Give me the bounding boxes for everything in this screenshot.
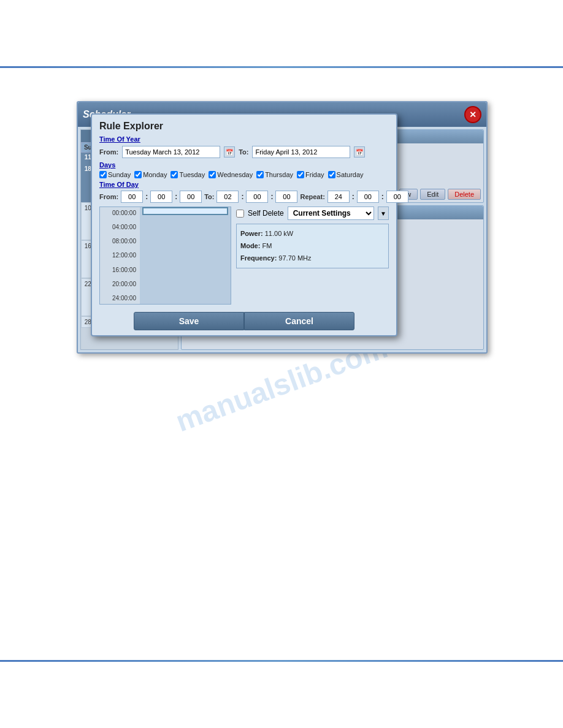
frequency-row: Frequency: 97.70 MHz: [240, 252, 385, 265]
dialog-title: Rule Explorer: [92, 115, 396, 134]
time-sep-4: :: [270, 192, 273, 201]
dialog-buttons: Save Cancel: [92, 307, 396, 335]
sunday-checkbox[interactable]: [99, 171, 107, 178]
time-label-6: 24:00:00: [101, 295, 139, 301]
time-to-hour[interactable]: [216, 191, 239, 203]
time-label-5: 20:00:00: [101, 281, 139, 287]
friday-checkbox-label[interactable]: Friday: [297, 171, 324, 178]
time-from-min[interactable]: [150, 191, 172, 203]
timeline-selected-block: [142, 207, 228, 215]
friday-label: Friday: [305, 171, 324, 178]
sunday-label: Sunday: [108, 171, 131, 178]
power-value: 11.00 kW: [265, 230, 293, 237]
timeline-bar[interactable]: [140, 207, 231, 304]
thursday-checkbox[interactable]: [256, 171, 264, 178]
from-calendar-icon[interactable]: 📅: [224, 146, 235, 157]
rule-explorer-dialog: Rule Explorer Time Of Year From: 📅 To: 📅…: [91, 113, 397, 336]
thursday-checkbox-label[interactable]: Thursday: [256, 171, 293, 178]
saturday-checkbox[interactable]: [328, 171, 335, 178]
to-label: To:: [239, 148, 248, 156]
time-label-4: 16:00:00: [101, 267, 139, 273]
time-label-3: 12:00:00: [101, 252, 139, 259]
friday-checkbox[interactable]: [297, 171, 304, 178]
settings-info: Power: 11.00 kW Mode: FM Frequency: 97.7…: [236, 224, 389, 268]
time-sep-2: :: [175, 192, 177, 201]
time-of-year-label: Time Of Year: [92, 134, 396, 144]
repeat-min[interactable]: [357, 191, 379, 203]
time-to-label: To:: [204, 193, 214, 200]
wednesday-checkbox-label[interactable]: Wednesday: [209, 171, 253, 178]
repeat-hour[interactable]: [327, 191, 350, 203]
time-from-hour[interactable]: [121, 191, 143, 203]
settings-panel: Self Delete Current Settings Preset 1 Pr…: [236, 207, 389, 305]
self-delete-row: Self Delete Current Settings Preset 1 Pr…: [236, 207, 389, 220]
sunday-checkbox-label[interactable]: Sunday: [99, 171, 131, 178]
tuesday-checkbox[interactable]: [170, 171, 178, 178]
time-from-label: From:: [99, 193, 118, 200]
timeline-area: 00:00:00 04:00:00 08:00:00 12:00:00 16:0…: [99, 207, 231, 305]
time-of-day-row: From: : : To: : : Repeat: : :: [92, 189, 396, 204]
dialog-content-row: 00:00:00 04:00:00 08:00:00 12:00:00 16:0…: [92, 204, 396, 307]
mode-label: Mode:: [240, 242, 260, 249]
wednesday-label: Wednesday: [217, 171, 253, 178]
thursday-label: Thursday: [265, 171, 293, 178]
frequency-label: Frequency:: [240, 254, 277, 262]
date-from-row: From: 📅 To: 📅: [92, 144, 396, 160]
saturday-label: Saturday: [337, 171, 364, 178]
time-to-sec[interactable]: [275, 191, 297, 203]
edit-rule-button[interactable]: Edit: [420, 189, 445, 200]
top-line: [0, 66, 563, 68]
frequency-value: 97.70 MHz: [278, 254, 311, 262]
preset-select[interactable]: Current Settings Preset 1 Preset 2 Prese…: [288, 207, 374, 220]
power-row: Power: 11.00 kW: [240, 228, 385, 240]
time-label-2: 08:00:00: [101, 238, 139, 245]
from-date-input[interactable]: [122, 146, 220, 158]
time-sep-5: :: [352, 192, 354, 201]
power-label: Power:: [240, 230, 263, 237]
monday-checkbox[interactable]: [134, 171, 142, 178]
self-delete-label: Self Delete: [248, 209, 284, 218]
self-delete-checkbox[interactable]: [236, 210, 244, 218]
days-checkboxes-row: Sunday Monday Tuesday Wednesday Thursday…: [92, 170, 396, 180]
from-label: From:: [99, 148, 118, 156]
mode-row: Mode: FM: [240, 240, 385, 252]
time-from-sec[interactable]: [180, 191, 202, 203]
preset-dropdown-arrow[interactable]: ▼: [378, 207, 389, 220]
save-button[interactable]: Save: [134, 312, 244, 330]
delete-rule-button[interactable]: Delete: [448, 189, 481, 200]
days-label: Days: [92, 160, 396, 170]
repeat-label: Repeat:: [300, 193, 324, 200]
tuesday-checkbox-label[interactable]: Tuesday: [170, 171, 205, 178]
time-label-0: 00:00:00: [101, 210, 139, 216]
close-button[interactable]: ✕: [464, 106, 481, 123]
time-to-min[interactable]: [246, 191, 268, 203]
time-of-day-label: Time Of Day: [92, 180, 396, 189]
tuesday-label: Tuesday: [179, 171, 205, 178]
cancel-button[interactable]: Cancel: [244, 312, 354, 330]
monday-label: Monday: [143, 171, 167, 178]
bottom-line: [0, 660, 563, 662]
time-label-1: 04:00:00: [101, 224, 139, 230]
time-sep-1: :: [145, 192, 148, 201]
saturday-checkbox-label[interactable]: Saturday: [328, 171, 364, 178]
repeat-sec[interactable]: [386, 191, 408, 203]
to-calendar-icon[interactable]: 📅: [354, 146, 365, 157]
mode-value: FM: [262, 242, 272, 249]
time-sep-6: :: [381, 192, 384, 201]
monday-checkbox-label[interactable]: Monday: [134, 171, 167, 178]
time-sep-3: :: [241, 192, 243, 201]
wednesday-checkbox[interactable]: [209, 171, 216, 178]
to-date-input[interactable]: [252, 146, 350, 158]
